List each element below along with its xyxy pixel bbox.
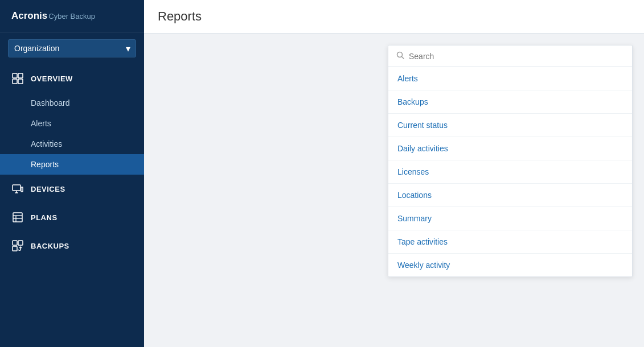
search-icon bbox=[396, 51, 404, 61]
svg-rect-7 bbox=[21, 187, 23, 192]
svg-rect-0 bbox=[13, 73, 17, 78]
svg-rect-14 bbox=[13, 246, 17, 251]
svg-line-16 bbox=[402, 57, 404, 59]
logo-product: Cyber Backup bbox=[48, 12, 95, 20]
report-item-current-status[interactable]: Current status bbox=[388, 114, 632, 137]
org-selector[interactable]: Organization bbox=[8, 39, 136, 57]
search-input[interactable] bbox=[409, 52, 624, 61]
svg-rect-1 bbox=[18, 73, 23, 78]
nav-backups-header[interactable]: BACKUPS bbox=[0, 232, 144, 260]
report-item-tape-activities[interactable]: Tape activities bbox=[388, 230, 632, 254]
report-item-daily-activities[interactable]: Daily activities bbox=[388, 137, 632, 160]
nav-backups-label: BACKUPS bbox=[31, 242, 69, 250]
logo-area: Acronis Cyber Backup bbox=[0, 0, 144, 32]
nav-plans-section: PLANS bbox=[0, 203, 144, 232]
report-item-weekly-activity[interactable]: Weekly activity bbox=[388, 254, 632, 276]
nav-overview-section: OVERVIEW Dashboard Alerts Activities Rep… bbox=[0, 64, 144, 175]
devices-icon bbox=[11, 183, 24, 195]
report-item-locations[interactable]: Locations bbox=[388, 184, 632, 207]
nav-plans-header[interactable]: PLANS bbox=[0, 203, 144, 232]
nav-backups-section: BACKUPS bbox=[0, 232, 144, 260]
report-item-licenses[interactable]: Licenses bbox=[388, 160, 632, 184]
svg-rect-2 bbox=[13, 79, 17, 84]
search-box bbox=[388, 46, 632, 67]
main-content: Reports AlertsBackupsCurrent statusDaily… bbox=[144, 0, 644, 347]
nav-overview-header[interactable]: OVERVIEW bbox=[0, 64, 144, 93]
plans-icon bbox=[11, 211, 24, 224]
svg-rect-3 bbox=[18, 79, 23, 84]
svg-rect-12 bbox=[13, 241, 17, 245]
top-bar: Reports bbox=[144, 0, 644, 34]
reports-dropdown-panel: AlertsBackupsCurrent statusDaily activit… bbox=[388, 45, 633, 277]
svg-rect-4 bbox=[13, 185, 20, 191]
sidebar-item-activities[interactable]: Activities bbox=[0, 134, 144, 154]
backups-icon bbox=[11, 239, 24, 252]
svg-rect-8 bbox=[13, 213, 22, 222]
sidebar-item-reports[interactable]: Reports bbox=[0, 154, 144, 175]
sidebar-item-alerts[interactable]: Alerts bbox=[0, 113, 144, 134]
sidebar: Acronis Cyber Backup Organization OVERVI… bbox=[0, 0, 144, 347]
report-item-backups[interactable]: Backups bbox=[388, 90, 632, 114]
content-area: AlertsBackupsCurrent statusDaily activit… bbox=[144, 34, 644, 347]
nav-devices-section: DEVICES bbox=[0, 175, 144, 203]
page-title: Reports bbox=[158, 9, 202, 24]
nav-plans-label: PLANS bbox=[31, 213, 58, 222]
report-items-list: AlertsBackupsCurrent statusDaily activit… bbox=[388, 67, 632, 276]
logo-brand: Acronis bbox=[11, 10, 47, 22]
svg-rect-13 bbox=[18, 241, 23, 245]
overview-icon bbox=[11, 72, 24, 85]
sidebar-item-dashboard[interactable]: Dashboard bbox=[0, 93, 144, 113]
nav-devices-label: DEVICES bbox=[31, 185, 65, 193]
nav-devices-header[interactable]: DEVICES bbox=[0, 175, 144, 203]
nav-overview-label: OVERVIEW bbox=[31, 75, 73, 83]
org-selector-wrapper[interactable]: Organization bbox=[8, 39, 136, 57]
report-item-summary[interactable]: Summary bbox=[388, 207, 632, 230]
report-item-alerts[interactable]: Alerts bbox=[388, 67, 632, 90]
